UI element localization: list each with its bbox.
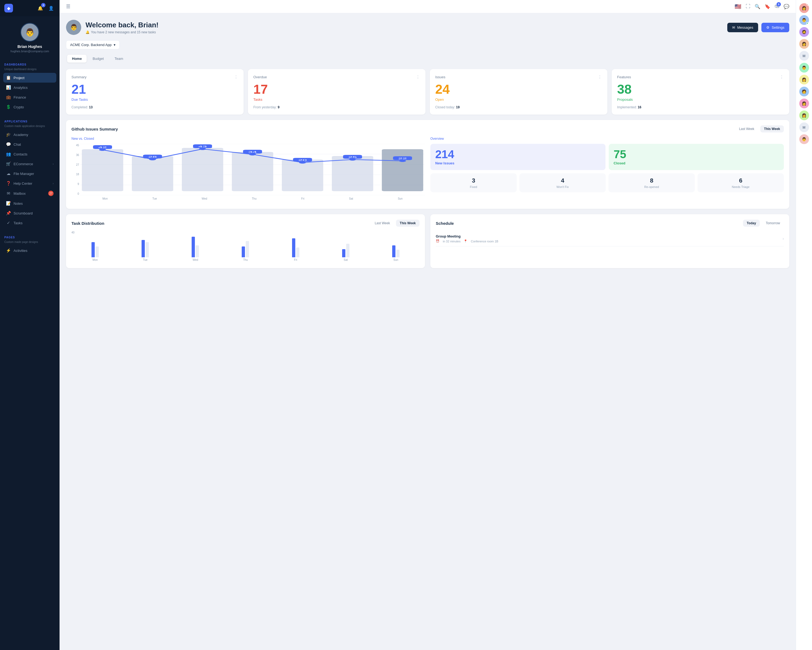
settings-button[interactable]: ⚙ Settings: [762, 23, 789, 32]
sidebar-item-label: Scrumboard: [14, 211, 33, 215]
more-options-icon[interactable]: ⋮: [234, 75, 238, 80]
stat-label: Due Tasks: [72, 98, 238, 102]
task-bar-light: [296, 248, 299, 257]
chart-label: New vs. Closed: [72, 137, 425, 141]
sidebar-item-activities[interactable]: ⚡ Activities: [3, 246, 56, 255]
task-bar-light: [196, 245, 199, 257]
last-week-tab[interactable]: Last Week: [735, 125, 758, 132]
tab-home[interactable]: Home: [67, 55, 87, 63]
sidebar-logo: ◆: [4, 4, 13, 12]
reopened-number: 8: [611, 177, 692, 184]
right-panel-avatar[interactable]: 🧔: [799, 27, 809, 37]
search-icon[interactable]: 🔍: [755, 4, 760, 9]
chat-bubble-icon[interactable]: 💬: [784, 4, 789, 9]
cart-icon[interactable]: 🛍 5: [775, 4, 779, 9]
schedule-today-tab[interactable]: Today: [743, 220, 760, 227]
flag-icon[interactable]: 🇺🇸: [734, 3, 741, 10]
academy-icon: 🎓: [6, 132, 11, 137]
bottom-row: Task Distribution Last Week This Week 40: [66, 214, 789, 268]
task-bar-group: Sat: [322, 236, 369, 263]
main-content: ☰ 🇺🇸 ⛶ 🔍 🔖 🛍 5 💬 👨 Welcome back, Brian!: [60, 0, 796, 650]
svg-text:42: 42: [98, 146, 107, 149]
stat-number: 17: [253, 83, 420, 96]
schedule-tomorrow-tab[interactable]: Tomorrow: [762, 220, 784, 227]
pages-label: PAGES: [4, 236, 55, 239]
overview-area: Overview 214 New Issues 75 Closed: [430, 137, 784, 203]
stat-title: Overdue: [253, 75, 267, 79]
sidebar-item-project[interactable]: 📋 Project: [3, 73, 56, 83]
right-panel-avatar-placeholder[interactable]: M: [799, 122, 809, 132]
more-options-icon[interactable]: ⋮: [416, 75, 420, 80]
sidebar-item-label: Chat: [14, 142, 21, 147]
stat-number: 38: [617, 83, 784, 96]
task-bar-label: Fri: [294, 258, 297, 262]
sidebar-item-filemanager[interactable]: ☁ File Manager: [3, 169, 56, 179]
sidebar-item-label: Project: [14, 76, 24, 80]
right-panel-avatar[interactable]: 👩: [799, 99, 809, 109]
chevron-right-icon[interactable]: ›: [783, 236, 784, 241]
sidebar-item-ecommerce[interactable]: 🛒 ECommerce ›: [3, 159, 56, 169]
notification-bell-icon[interactable]: 🔔 3: [36, 4, 44, 12]
task-bar-pair: [92, 236, 99, 257]
svg-rect-9: [232, 152, 273, 191]
sidebar-item-mailbox[interactable]: ✉ Mailbox 27: [3, 188, 56, 199]
avatar: 👨: [20, 23, 39, 42]
tab-team[interactable]: Team: [110, 55, 128, 63]
nav-dashboards-section: DASHBOARDS Unique dashboard designs 📋 Pr…: [0, 57, 60, 114]
right-panel-avatar[interactable]: 👨: [799, 134, 809, 144]
tab-budget[interactable]: Budget: [88, 55, 108, 63]
task-bar-dark: [242, 246, 245, 257]
overview-label: Overview: [430, 137, 784, 141]
sidebar-item-scrumboard[interactable]: 📌 Scrumboard: [3, 208, 56, 218]
y-label: 9: [78, 182, 79, 185]
sidebar-item-label: Mailbox: [14, 191, 26, 196]
sidebar-item-contacts[interactable]: 👥 Contacts: [3, 149, 56, 159]
sidebar-item-analytics[interactable]: 📊 Analytics: [3, 83, 56, 92]
right-panel-avatar[interactable]: 👩: [799, 110, 809, 120]
sidebar-item-label: ECommerce: [14, 162, 33, 166]
envelope-icon: ✉: [732, 26, 735, 29]
messages-button[interactable]: ✉ Messages: [727, 23, 758, 32]
mailbox-badge: 27: [48, 191, 53, 196]
sidebar-item-helpcenter[interactable]: ❓ Help Center ›: [3, 179, 56, 188]
finance-icon: 💼: [6, 95, 11, 99]
sidebar-item-crypto[interactable]: 💲 Crypto: [3, 102, 56, 112]
stat-label: Open: [435, 98, 602, 102]
user-circle-icon[interactable]: 👤: [47, 4, 55, 12]
notification-badge: 3: [41, 3, 46, 7]
sidebar-item-chat[interactable]: 💬 Chat: [3, 139, 56, 149]
svg-text:20: 20: [298, 159, 307, 161]
topbar: ☰ 🇺🇸 ⛶ 🔍 🔖 🛍 5 💬: [60, 0, 796, 13]
tasks-icon: ✓: [6, 220, 11, 225]
right-panel-avatar[interactable]: 👨: [799, 15, 809, 25]
right-panel-avatar[interactable]: 🧑: [799, 87, 809, 96]
right-panel-avatar[interactable]: 👩: [799, 39, 809, 49]
stat-card-overdue: Overdue ⋮ 17 Tasks From yesterday: 9: [248, 69, 426, 115]
chevron-right-icon: ›: [53, 162, 53, 165]
sidebar-item-finance[interactable]: 💼 Finance: [3, 92, 56, 102]
sidebar-item-tasks[interactable]: ✓ Tasks: [3, 218, 56, 228]
right-panel-avatar[interactable]: 👩: [799, 3, 809, 13]
task-dist-last-week-tab[interactable]: Last Week: [371, 220, 394, 227]
menu-toggle[interactable]: ☰: [66, 3, 70, 9]
sidebar-item-academy[interactable]: 🎓 Academy: [3, 130, 56, 139]
right-panel-avatar[interactable]: 👩: [799, 75, 809, 84]
more-options-icon[interactable]: ⋮: [598, 75, 602, 80]
dashboards-label: DASHBOARDS: [4, 63, 55, 66]
task-bar-dark: [142, 240, 145, 257]
right-panel-avatar-placeholder[interactable]: M: [799, 51, 809, 61]
project-selector[interactable]: ACME Corp. Backend App ▾: [66, 40, 120, 49]
right-panel-avatar[interactable]: 👨: [799, 63, 809, 73]
stat-number: 21: [72, 83, 238, 96]
chart-svg: 42 28 43 34: [80, 144, 425, 195]
x-label: Wed: [201, 197, 207, 200]
fullscreen-icon[interactable]: ⛶: [746, 4, 750, 9]
sidebar-item-notes[interactable]: 📝 Notes: [3, 199, 56, 208]
svg-rect-11: [332, 156, 373, 191]
this-week-tab[interactable]: This Week: [760, 125, 784, 132]
svg-text:43: 43: [198, 145, 207, 148]
task-bar-label: Thu: [243, 258, 248, 262]
bookmark-icon[interactable]: 🔖: [765, 4, 770, 9]
task-dist-this-week-tab[interactable]: This Week: [396, 220, 420, 227]
more-options-icon[interactable]: ⋮: [780, 75, 784, 80]
